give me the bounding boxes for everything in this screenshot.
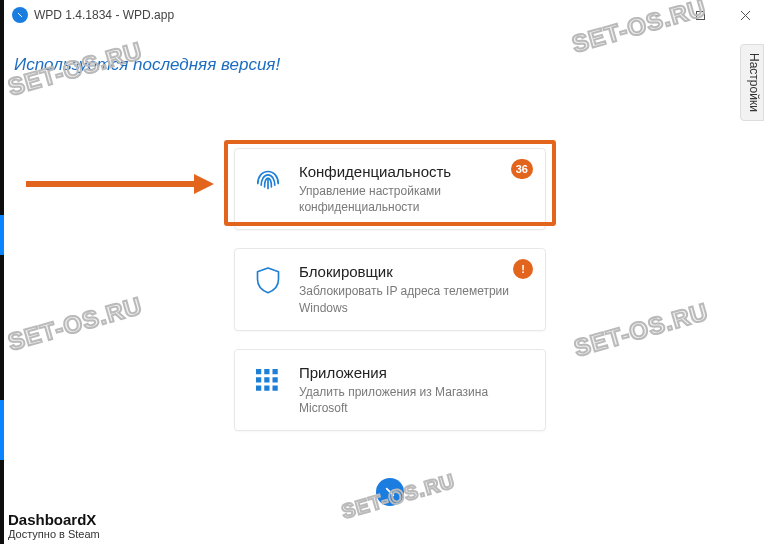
left-edge — [0, 0, 4, 544]
watermark: SET-OS.RU — [5, 291, 146, 356]
footer-ad: DashboardX Доступно в Steam — [8, 511, 100, 540]
card-title: Конфиденциальность — [299, 163, 529, 180]
titlebar: WPD 1.4.1834 - WPD.app — [4, 0, 768, 30]
apps-grid-icon — [251, 364, 285, 398]
svg-rect-12 — [264, 385, 269, 390]
svg-rect-8 — [256, 377, 261, 382]
menu-cards: Конфиденциальность Управление настройкам… — [234, 148, 546, 449]
footer-subtitle: Доступно в Steam — [8, 528, 100, 540]
settings-tab[interactable]: Настройки — [740, 44, 764, 121]
svg-rect-2 — [697, 11, 705, 19]
card-subtitle: Заблокировать IP адреса телеметрии Windo… — [299, 283, 529, 315]
footer-title: DashboardX — [8, 511, 100, 528]
app-logo-icon — [376, 478, 404, 506]
card-subtitle: Удалить приложения из Магазина Microsoft — [299, 384, 529, 416]
close-button[interactable] — [723, 0, 768, 30]
svg-marker-15 — [194, 174, 214, 194]
svg-rect-13 — [273, 385, 278, 390]
app-icon — [12, 7, 28, 23]
minimize-button[interactable] — [633, 0, 678, 30]
svg-rect-11 — [256, 385, 261, 390]
fingerprint-icon — [251, 163, 285, 197]
version-status: Используется последняя версия! — [14, 55, 280, 75]
svg-rect-5 — [256, 369, 261, 374]
left-accent — [0, 215, 4, 255]
privacy-card[interactable]: Конфиденциальность Управление настройкам… — [234, 148, 546, 230]
svg-rect-10 — [273, 377, 278, 382]
annotation-arrow — [24, 172, 214, 196]
card-title: Приложения — [299, 364, 529, 381]
count-badge: 36 — [511, 159, 533, 179]
apps-card[interactable]: Приложения Удалить приложения из Магазин… — [234, 349, 546, 431]
app-window: WPD 1.4.1834 - WPD.app Используется посл… — [0, 0, 768, 544]
svg-rect-7 — [273, 369, 278, 374]
card-title: Блокировщик — [299, 263, 529, 280]
blocker-card[interactable]: Блокировщик Заблокировать IP адреса теле… — [234, 248, 546, 330]
svg-rect-6 — [264, 369, 269, 374]
left-accent — [0, 400, 4, 460]
svg-rect-9 — [264, 377, 269, 382]
watermark: SET-OS.RU — [571, 297, 712, 362]
alert-badge: ! — [513, 259, 533, 279]
card-subtitle: Управление настройками конфиденциальност… — [299, 183, 529, 215]
maximize-button[interactable] — [678, 0, 723, 30]
window-title: WPD 1.4.1834 - WPD.app — [34, 8, 174, 22]
shield-icon — [251, 263, 285, 297]
window-controls — [633, 0, 768, 30]
